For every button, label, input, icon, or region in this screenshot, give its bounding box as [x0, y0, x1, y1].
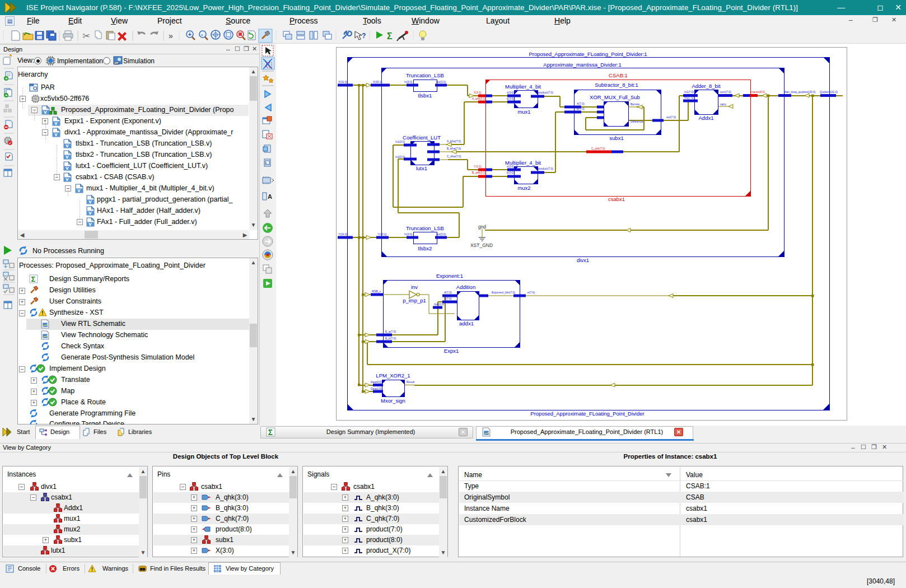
svg-text:+: +: [188, 31, 192, 38]
svg-text:Y(3:1): Y(3:1): [474, 165, 482, 168]
svg-text:addx1: addx1: [459, 320, 474, 326]
svg-text:lutx1: lutx1: [416, 165, 427, 171]
svg-text:Expx1: Expx1: [444, 348, 459, 354]
svg-text:XOR_MUX_Full_Sub: XOR_MUX_Full_Sub: [590, 94, 640, 100]
svg-text:Borrow: Borrow: [631, 102, 639, 106]
svg-text:Man_tissa_quotient(30:0): Man_tissa_quotient(30:0): [784, 90, 816, 94]
svg-text:Proposed_Approximate_FLoating_: Proposed_Approximate_FLoating_Point_Divi…: [530, 410, 644, 417]
svg-text:Exponent:1: Exponent:1: [436, 273, 463, 279]
svg-text:Truncation_LSB: Truncation_LSB: [406, 72, 444, 78]
svg-text:Coefficient_LUT: Coefficient_LUT: [403, 134, 441, 141]
svg-text:product(7:0): product(7:0): [538, 91, 553, 94]
svg-text:In(3:0): In(3:0): [404, 80, 413, 83]
svg-text:Multiplier_4_bit: Multiplier_4_bit: [505, 83, 541, 90]
svg-text:B(7:0): B(7:0): [577, 107, 585, 110]
svg-text:ISim: ISim: [115, 62, 120, 65]
svg-text:out(3:0): out(3:0): [436, 80, 446, 83]
svg-text:Approximate_mantissa_Divider:1: Approximate_mantissa_Divider:1: [543, 62, 621, 68]
svg-text:A(7:0): A(7:0): [444, 291, 452, 294]
svg-text:In1(3:0): In1(3:0): [395, 140, 405, 143]
svg-text:Iow(0:0): Iow(0:0): [434, 302, 444, 306]
svg-text:E_b(7:0): E_b(7:0): [385, 337, 396, 340]
svg-text:subx1: subx1: [609, 135, 623, 141]
svg-text:k(3:0): k(3:0): [507, 97, 514, 100]
svg-text:B_qhk(3:1): B_qhk(3:1): [472, 171, 486, 174]
svg-text:X(3:1): X(3:1): [474, 91, 482, 94]
svg-text:C_khw(7:0): C_khw(7:0): [447, 155, 461, 158]
svg-text:In2(7:0): In2(7:0): [684, 96, 694, 99]
svg-text:MSB_x: MSB_x: [372, 290, 381, 293]
svg-text:out(3:0): out(3:0): [436, 232, 446, 236]
svg-text:C_qhk(7:0): C_qhk(7:0): [591, 147, 605, 150]
svg-text:A_khw(7:0): A_khw(7:0): [447, 139, 461, 143]
svg-text:XST_GND: XST_GND: [470, 242, 493, 248]
svg-text:Data0(0): Data0(0): [371, 380, 382, 384]
svg-text:-: -: [201, 31, 203, 38]
svg-text:divx1: divx1: [577, 257, 589, 263]
svg-text:Data1(0): Data1(0): [371, 387, 382, 390]
svg-text:Y(31:0): Y(31:0): [338, 232, 348, 236]
svg-text:Truncation_LSB: Truncation_LSB: [406, 225, 444, 231]
svg-text:B(7:0): B(7:0): [444, 297, 452, 300]
svg-text:A(7:0): A(7:0): [577, 102, 585, 105]
svg-text:»: »: [169, 31, 173, 40]
svg-text:+: +: [5, 93, 8, 98]
svg-text:A_qhk(3:1): A_qhk(3:1): [472, 97, 486, 100]
svg-text:✂: ✂: [82, 31, 90, 41]
svg-text:X(30:1): X(30:1): [373, 80, 382, 83]
svg-text:out(7:0): out(7:0): [666, 115, 676, 119]
svg-text:Σ: Σ: [387, 31, 393, 41]
svg-text:Difference: Difference: [631, 120, 643, 123]
svg-text:In(3:0): In(3:0): [404, 232, 413, 236]
svg-text:x: x: [266, 161, 268, 165]
svg-text:In2(3:0): In2(3:0): [395, 155, 405, 158]
svg-text:X(31:0): X(31:0): [338, 80, 348, 83]
svg-text:Proposed_Approximate_FLoating_: Proposed_Approximate_FLoating_Point_Divi…: [529, 51, 647, 57]
svg-text:Addition: Addition: [456, 284, 475, 290]
svg-text:s(3:0): s(3:0): [507, 165, 514, 168]
svg-text:k(3:0): k(3:0): [507, 171, 514, 174]
svg-text:mantis(8:0): mantis(8:0): [751, 90, 765, 94]
svg-text:sum(7:0): sum(7:0): [720, 90, 731, 94]
svg-text:B_khw(7:0): B_khw(7:0): [447, 147, 461, 150]
svg-text:A: A: [268, 193, 272, 200]
svg-text:CSAB:1: CSAB:1: [609, 72, 628, 78]
svg-text:tlsbx1: tlsbx1: [418, 92, 432, 99]
svg-text:Addx1: Addx1: [699, 115, 714, 121]
svg-text:s(3:0): s(3:0): [507, 91, 514, 94]
svg-text:csabx1: csabx1: [608, 196, 625, 202]
svg-text:inv: inv: [411, 284, 418, 290]
svg-text:In1(7:0): In1(7:0): [684, 90, 694, 94]
svg-text:product(7:0): product(7:0): [538, 167, 553, 170]
svg-text:Result: Result: [407, 380, 415, 384]
svg-text:Mxor_sign: Mxor_sign: [381, 398, 405, 404]
svg-text:p_imp_p1: p_imp_p1: [403, 297, 426, 304]
svg-text:LPM_XOR2_1: LPM_XOR2_1: [376, 372, 410, 379]
svg-text:Adder_8_bit: Adder_8_bit: [692, 83, 721, 89]
svg-text:tlsbx2: tlsbx2: [418, 245, 432, 251]
svg-text:Exponent_bits(7:0): Exponent_bits(7:0): [492, 291, 515, 294]
svg-text:E_a(7:0): E_a(7:0): [385, 330, 396, 333]
svg-text:mux1: mux1: [517, 109, 530, 115]
svg-text:e(7:0): e(7:0): [527, 291, 535, 294]
svg-text:Subtractor_8_bit:1: Subtractor_8_bit:1: [595, 82, 638, 88]
svg-text:carry: carry: [720, 102, 727, 106]
svg-text:Y(30:1): Y(30:1): [377, 232, 387, 236]
svg-text:Quotient(31:0): Quotient(31:0): [820, 90, 838, 94]
svg-text:+: +: [5, 76, 8, 81]
svg-text:?: ?: [362, 32, 366, 40]
svg-text:gnd: gnd: [478, 224, 486, 230]
svg-text:mux2: mux2: [517, 185, 530, 191]
